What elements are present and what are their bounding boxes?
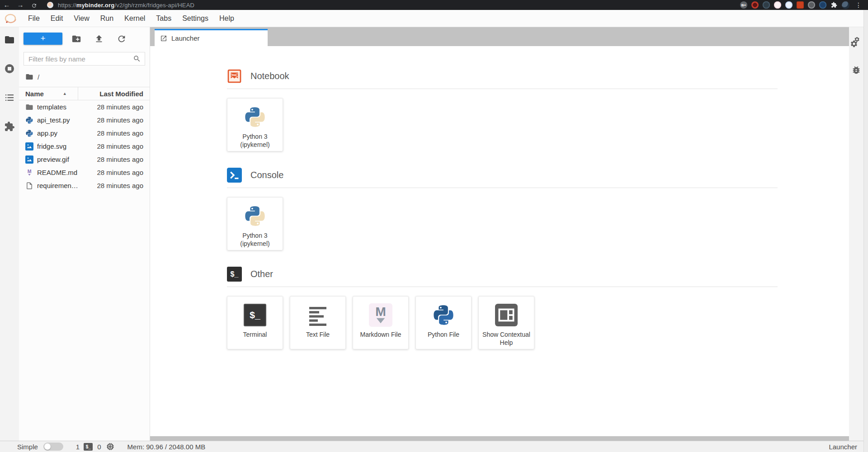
browser-menu-icon[interactable]: ⋮ bbox=[854, 1, 863, 9]
python3-notebook-card[interactable]: Python 3(ipykernel) bbox=[227, 98, 283, 151]
menu-help[interactable]: Help bbox=[214, 10, 240, 27]
file-browser-panel: + / Name ▲ Last Modified templa bbox=[19, 27, 150, 441]
horizontal-scrollbar[interactable] bbox=[150, 436, 849, 441]
extension-icon[interactable] bbox=[774, 1, 781, 9]
terminal-status-icon[interactable]: $_ bbox=[84, 443, 93, 451]
filter-files-input[interactable] bbox=[24, 55, 133, 63]
file-modified: 28 minutes ago bbox=[97, 103, 143, 111]
back-icon[interactable]: ← bbox=[0, 0, 14, 10]
home-folder-icon bbox=[25, 73, 33, 81]
menu-file[interactable]: File bbox=[23, 10, 45, 27]
file-row-fridge-svg[interactable]: fridge.svg 28 minutes ago bbox=[19, 140, 150, 153]
browser-extensions-row: B+ ⋮ bbox=[740, 1, 868, 9]
kernel-chip-icon[interactable] bbox=[106, 442, 115, 451]
file-list-header: Name ▲ Last Modified bbox=[19, 87, 150, 100]
section-title: Notebook bbox=[250, 71, 289, 81]
extension-bplus-icon[interactable]: B+ bbox=[740, 1, 747, 9]
extension-icon[interactable] bbox=[819, 1, 826, 9]
extension-icon[interactable] bbox=[785, 1, 793, 9]
extension-icon[interactable] bbox=[763, 1, 770, 9]
tab-bar: Launcher bbox=[150, 27, 849, 46]
section-title: Other bbox=[250, 269, 273, 279]
menu-view[interactable]: View bbox=[68, 10, 94, 27]
left-activity-bar bbox=[0, 27, 19, 441]
binder-logo-icon bbox=[4, 12, 20, 25]
section-notebook: Notebook bbox=[227, 69, 849, 84]
show-contextual-help-card[interactable]: Show ContextualHelp bbox=[478, 296, 534, 349]
terminal-card[interactable]: $_ Terminal bbox=[227, 296, 283, 349]
site-favicon-icon bbox=[47, 2, 53, 8]
file-modified: 28 minutes ago bbox=[97, 142, 143, 150]
python-file-card[interactable]: Python File bbox=[415, 296, 472, 349]
simple-mode-toggle[interactable] bbox=[43, 443, 63, 451]
file-name: templates bbox=[37, 103, 66, 111]
running-sessions-icon[interactable] bbox=[4, 63, 15, 74]
image-file-icon bbox=[25, 155, 33, 164]
console-icon bbox=[227, 168, 242, 183]
column-last-modified[interactable]: Last Modified bbox=[99, 90, 150, 98]
python-file-icon bbox=[432, 303, 455, 327]
folder-icon bbox=[25, 103, 33, 111]
url-protocol: https:// bbox=[58, 2, 76, 9]
camera-extension-icon[interactable] bbox=[808, 1, 815, 9]
card-label: Python File bbox=[428, 331, 459, 339]
extension-icon[interactable] bbox=[751, 1, 759, 9]
status-context-label: Launcher bbox=[829, 443, 857, 451]
file-browser-tab-folder-icon[interactable] bbox=[4, 34, 15, 45]
kernels-count[interactable]: 0 bbox=[97, 443, 101, 451]
profile-avatar[interactable] bbox=[842, 1, 849, 9]
simple-mode-label: Simple bbox=[17, 443, 38, 451]
upload-icon[interactable] bbox=[94, 34, 104, 44]
debugger-bug-icon[interactable] bbox=[851, 65, 861, 75]
dock-panel: Launcher Notebook bbox=[150, 27, 849, 441]
column-name[interactable]: Name bbox=[19, 90, 44, 98]
text-file-card[interactable]: Text File bbox=[290, 296, 346, 349]
property-inspector-gears-icon[interactable] bbox=[851, 37, 862, 48]
file-row-preview-gif[interactable]: preview.gif 28 minutes ago bbox=[19, 153, 150, 166]
refresh-icon[interactable] bbox=[117, 34, 127, 44]
python3-console-card[interactable]: Python 3(ipykernel) bbox=[227, 197, 283, 250]
card-label: Markdown File bbox=[360, 331, 401, 339]
file-row-app[interactable]: app.py 28 minutes ago bbox=[19, 127, 150, 140]
markdown-file-icon: M bbox=[25, 169, 33, 177]
breadcrumb-root[interactable]: / bbox=[38, 73, 39, 81]
right-activity-bar bbox=[849, 27, 863, 441]
menu-run[interactable]: Run bbox=[95, 10, 119, 27]
menu-settings[interactable]: Settings bbox=[177, 10, 214, 27]
file-icon bbox=[25, 182, 33, 190]
notebook-icon bbox=[227, 69, 242, 84]
file-row-readme[interactable]: M README.md 28 minutes ago bbox=[19, 166, 150, 179]
file-row-api-test[interactable]: api_test.py 28 minutes ago bbox=[19, 113, 150, 127]
reload-icon[interactable] bbox=[27, 0, 41, 10]
text-file-icon bbox=[306, 303, 330, 327]
tab-launcher-label: Launcher bbox=[171, 34, 200, 42]
extension-manager-puzzle-icon[interactable] bbox=[4, 121, 15, 132]
section-other: $_ Other bbox=[227, 267, 849, 282]
tab-launcher[interactable]: Launcher bbox=[155, 29, 268, 46]
terminals-count[interactable]: 1 bbox=[76, 443, 80, 451]
new-launcher-button[interactable]: + bbox=[24, 33, 62, 45]
extension-icon[interactable] bbox=[797, 1, 804, 9]
python-kernel-icon bbox=[243, 204, 267, 228]
card-label: Python 3(ipykernel) bbox=[240, 133, 269, 149]
table-of-contents-icon[interactable] bbox=[4, 92, 15, 103]
file-name: README.md bbox=[37, 169, 77, 176]
extensions-puzzle-icon[interactable] bbox=[830, 1, 838, 9]
address-bar[interactable]: https://mybinder.org/v2/gh/rzmk/fridges-… bbox=[58, 2, 194, 9]
browser-scrollbar[interactable] bbox=[863, 10, 868, 452]
menu-kernel[interactable]: Kernel bbox=[119, 10, 151, 27]
file-row-requirements[interactable]: requiremen… 28 minutes ago bbox=[19, 179, 150, 192]
menu-edit[interactable]: Edit bbox=[45, 10, 69, 27]
markdown-file-card[interactable]: M Markdown File bbox=[353, 296, 409, 349]
sort-ascending-icon[interactable]: ▲ bbox=[63, 91, 67, 96]
new-folder-icon[interactable] bbox=[71, 34, 81, 44]
section-console: Console bbox=[227, 168, 849, 183]
section-divider bbox=[227, 89, 778, 89]
forward-icon[interactable]: → bbox=[14, 0, 27, 10]
python-icon bbox=[25, 116, 33, 124]
file-row-templates[interactable]: templates 28 minutes ago bbox=[19, 100, 150, 113]
python-icon bbox=[25, 129, 33, 137]
menu-tabs[interactable]: Tabs bbox=[151, 10, 177, 27]
breadcrumb[interactable]: / bbox=[25, 72, 150, 82]
section-title: Console bbox=[250, 170, 283, 180]
